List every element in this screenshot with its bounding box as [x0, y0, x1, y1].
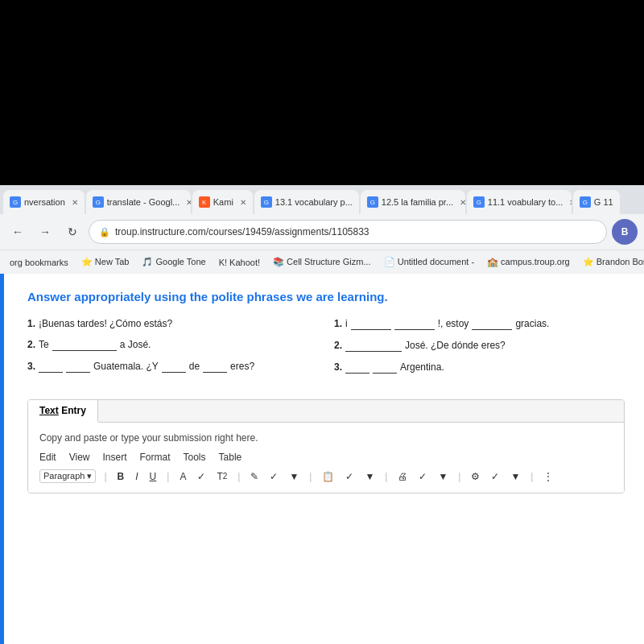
format-italic[interactable]: I — [133, 470, 140, 483]
q1-suffix1-right: !, estoy — [438, 318, 469, 329]
profile-button[interactable]: B — [612, 219, 638, 245]
q3-text-right: Argentina. — [400, 361, 444, 373]
bookmark-gizm[interactable]: 📚 Cell Structure Gizm... — [270, 255, 374, 269]
question-right-3: 3. Argentina. — [334, 361, 625, 374]
format-check5[interactable]: ✓ — [489, 470, 502, 483]
q3-blank1-right — [345, 361, 369, 374]
q3-blank4-left — [203, 361, 227, 373]
q2-prefix-left: Te — [39, 339, 49, 350]
q3-blank2-right — [373, 361, 397, 374]
q3-text-left: Guatemala. ¿Y — [93, 361, 159, 372]
format-clipboard[interactable]: 📋 — [320, 470, 336, 483]
refresh-button[interactable]: ↻ — [61, 221, 84, 243]
format-bold[interactable]: B — [115, 470, 127, 483]
forward-button[interactable]: → — [34, 221, 56, 243]
q3-de-left: de — [189, 361, 200, 372]
format-underline[interactable]: U — [147, 470, 159, 483]
q1-blank2-right — [394, 318, 435, 330]
format-check3[interactable]: ✓ — [343, 470, 356, 483]
editor-toolbar: Edit View Insert Format Tools Table — [39, 452, 613, 463]
bookmark-org[interactable]: org bookmarks — [6, 256, 72, 269]
format-separator-5: | — [385, 471, 387, 482]
tab-text-label: Text Entry — [39, 405, 86, 416]
menu-insert[interactable]: Insert — [102, 452, 126, 463]
q2-blank-left — [52, 339, 117, 351]
question-left-2: 2. Te a José. — [27, 339, 318, 351]
page-content: Answer appropriately using the polite ph… — [0, 274, 644, 644]
bookmark-newtab[interactable]: ⭐ New Tab — [78, 255, 133, 269]
tab-kami[interactable]: K Kami ✕ — [192, 190, 253, 214]
q2-blank-right — [345, 340, 402, 352]
format-dropdown3[interactable]: ▼ — [436, 470, 450, 483]
submission-hint: Copy and paste or type your submission r… — [39, 432, 613, 444]
q2-suffix-left: a José. — [120, 339, 151, 350]
q1-text-left: ¡Buenas tardes! ¿Cómo estás? — [39, 318, 172, 329]
tab-text-entry[interactable]: Text Entry — [28, 400, 98, 423]
q1-num-left: 1. — [27, 318, 35, 329]
tab-conversation[interactable]: G nversation ✕ — [3, 190, 85, 214]
menu-edit[interactable]: Edit — [39, 452, 56, 463]
text-entry-tabs: Text Entry — [28, 400, 624, 423]
format-separator-2: | — [167, 471, 169, 482]
bookmark-googletone[interactable]: 🎵 Google Tone — [138, 255, 208, 269]
q1-num-right: 1. — [334, 318, 342, 329]
format-separator-3: | — [237, 471, 240, 482]
tab-g11[interactable]: G G 11 — [573, 190, 620, 214]
format-separator-4: | — [309, 471, 312, 482]
menu-view[interactable]: View — [69, 452, 90, 463]
address-text: troup.instructure.com/courses/19459/assi… — [115, 226, 369, 237]
tab-vocab2[interactable]: G 11.1 voabulary to... ✕ — [467, 190, 572, 214]
menu-format[interactable]: Format — [140, 452, 171, 463]
tab-translate[interactable]: G translate - Googl... ✕ — [86, 190, 191, 214]
address-bar-row: ← → ↻ 🔒 troup.instructure.com/courses/19… — [0, 214, 644, 250]
format-superscript[interactable]: T2 — [214, 470, 229, 483]
format-more[interactable]: ⋮ — [541, 470, 555, 483]
address-field[interactable]: 🔒 troup.instructure.com/courses/19459/as… — [89, 220, 607, 244]
format-check2[interactable]: ✓ — [267, 470, 280, 483]
format-dropdown1[interactable]: ▼ — [287, 470, 301, 483]
format-pen[interactable]: ✎ — [248, 470, 261, 483]
q2-num-right: 2. — [334, 340, 342, 351]
format-separator-7: | — [530, 471, 533, 482]
q1-suffix2-right: gracias. — [515, 318, 549, 329]
menu-table[interactable]: Table — [219, 452, 242, 463]
format-print[interactable]: 🖨 — [395, 470, 410, 483]
screen-bezel — [0, 0, 644, 185]
tab-vocab1[interactable]: G 13.1 vocabulary p... ✕ — [254, 190, 359, 214]
bookmark-kahoot[interactable]: K! Kahoot! — [216, 256, 263, 269]
q3-blank1-left — [39, 361, 63, 373]
q3-num-right: 3. — [334, 361, 342, 373]
q3-num-left: 3. — [27, 361, 35, 372]
lock-icon: 🔒 — [99, 227, 110, 237]
browser-window: G nversation ✕ G translate - Googl... ✕ … — [0, 185, 644, 644]
questions-left: 1. ¡Buenas tardes! ¿Cómo estás? 2. Te a … — [27, 318, 318, 383]
format-paragraph-select[interactable]: Paragraph ▾ — [39, 469, 96, 483]
bookmark-campus[interactable]: 🏫 campus.troup.org — [484, 255, 573, 269]
q1-blank3-right — [472, 318, 512, 330]
profile-area: B — [612, 219, 638, 245]
question-right-1: 1. i !, estoy gracias. — [334, 318, 625, 330]
format-gear[interactable]: ⚙ — [469, 470, 482, 483]
text-entry-section: Text Entry Copy and paste or type your s… — [27, 399, 625, 493]
bookmark-brandon[interactable]: ⭐ Brandon Boston · th... — [580, 255, 644, 269]
bookmark-untitled[interactable]: 📄 Untitled document - — [381, 255, 477, 269]
format-check[interactable]: ✓ — [195, 470, 208, 483]
q2-num-left: 2. — [27, 339, 35, 350]
tab-familia[interactable]: G 12.5 la familia pr... ✕ — [361, 190, 465, 214]
bookmarks-bar: org bookmarks ⭐ New Tab 🎵 Google Tone K!… — [0, 250, 644, 274]
back-button[interactable]: ← — [6, 221, 29, 243]
format-color-A[interactable]: A — [177, 470, 188, 483]
questions-right: 1. i !, estoy gracias. 2. José. ¿De dónd… — [334, 318, 625, 383]
q2-text-right: José. ¿De dónde eres? — [405, 340, 506, 351]
format-separator-1: | — [104, 471, 106, 482]
q1-blank1-right — [351, 318, 391, 330]
text-entry-body: Copy and paste or type your submission r… — [28, 423, 624, 493]
menu-tools[interactable]: Tools — [184, 452, 206, 463]
format-dropdown4[interactable]: ▼ — [508, 470, 522, 483]
q1-prefix-right: i — [345, 318, 348, 329]
format-check4[interactable]: ✓ — [416, 470, 429, 483]
question-right-2: 2. José. ¿De dónde eres? — [334, 340, 625, 352]
question-left-1: 1. ¡Buenas tardes! ¿Cómo estás? — [27, 318, 318, 329]
format-dropdown2[interactable]: ▼ — [362, 470, 377, 483]
format-toolbar: Paragraph ▾ | B I U | A ✓ T2 | ✎ ✓ ▼ | — [39, 469, 613, 483]
